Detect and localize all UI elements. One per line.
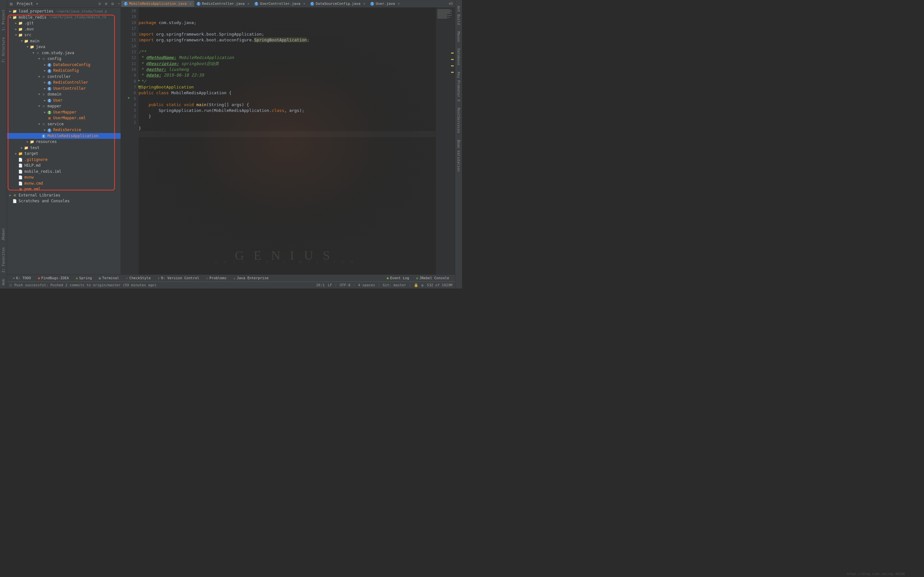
tree-expand-arrow[interactable]: ▶ (43, 111, 47, 114)
tree-item[interactable]: ▶test (7, 145, 121, 151)
locate-icon[interactable]: ⊙ (97, 2, 102, 6)
tree-expand-arrow[interactable]: ▼ (20, 39, 24, 43)
tree-expand-arrow[interactable]: ▼ (26, 45, 29, 48)
tree-item[interactable]: .gitignore (7, 157, 121, 163)
indent-setting[interactable]: 4 spaces (358, 283, 375, 287)
tree-item[interactable]: ▶resources (7, 139, 121, 145)
tree-expand-arrow[interactable]: ▼ (37, 93, 41, 96)
tree-expand-arrow[interactable]: ▶ (43, 87, 47, 90)
right-tool-rest[interactable]: RestServices (456, 105, 461, 136)
tree-item[interactable]: ▶External Libraries (7, 192, 121, 198)
project-view-icon[interactable]: ▤ (9, 2, 13, 6)
tree-expand-arrow[interactable]: ▼ (37, 75, 41, 78)
gear-icon[interactable]: ⚙ (110, 2, 115, 6)
tree-item[interactable]: ▶CRedisConfig (7, 68, 121, 74)
project-dropdown[interactable]: Project (17, 2, 33, 6)
tree-item[interactable]: ▼com.study.java (7, 50, 121, 56)
tree-expand-arrow[interactable]: ▶ (14, 27, 18, 31)
tree-expand-arrow[interactable]: ▼ (37, 122, 41, 126)
tree-expand-arrow[interactable]: ▼ (31, 51, 35, 55)
bottom-tool-tab[interactable]: ✿JRebel Console (413, 276, 452, 281)
close-icon[interactable]: × (363, 2, 365, 5)
tree-item[interactable]: ▶CRedisService (7, 127, 121, 133)
left-tool-favorites[interactable]: 2: Favorites (1, 244, 6, 276)
tree-expand-arrow[interactable]: ▶ (8, 10, 12, 13)
close-icon[interactable]: × (398, 2, 400, 5)
editor-tab-0[interactable]: CMobileRedisApplication.java× (121, 1, 194, 7)
bottom-tool-tab[interactable]: ●FindBugs-IDEA (35, 276, 72, 281)
right-tool-ant[interactable]: Ant Build (456, 3, 461, 28)
tree-item[interactable]: mvnw.cmd (7, 181, 121, 187)
bottom-tool-tab[interactable]: ≡6: TODO (10, 276, 34, 281)
left-tool-project[interactable]: 1: Project (1, 6, 6, 34)
hide-icon[interactable]: − (117, 2, 121, 6)
tree-item[interactable]: ▼mobile_redis~/work/java_study/mobile_re (7, 15, 121, 21)
tree-item[interactable]: CMobileRedisApplication (7, 133, 121, 139)
bottom-tool-tab[interactable]: ↕9: Version Control (155, 276, 202, 281)
editor-tab-1[interactable]: CRedisController.java× (194, 1, 252, 7)
close-icon[interactable]: × (303, 2, 305, 5)
tree-item[interactable]: ▼controller (7, 74, 121, 80)
tree-expand-arrow[interactable]: ▶ (14, 21, 18, 25)
bottom-tool-tab[interactable]: ✓CheckStyle (123, 276, 153, 281)
collapse-all-icon[interactable]: ≡ (104, 2, 108, 6)
tree-item[interactable]: ▶.git (7, 20, 121, 26)
lock-icon[interactable]: 🔒 (414, 283, 418, 287)
tree-expand-arrow[interactable]: ▼ (14, 33, 18, 37)
right-tool-database[interactable]: Database (456, 45, 461, 69)
bottom-tool-tab[interactable]: ⚠Problems (203, 276, 230, 281)
tree-item[interactable]: mobile_redis.iml (7, 169, 121, 175)
tree-item[interactable]: ▼main (7, 38, 121, 44)
status-msg-icon[interactable]: ☐ (10, 283, 12, 287)
tree-item[interactable]: ▶CRedisController (7, 79, 121, 85)
tree-item[interactable]: ▶CUserController (7, 85, 121, 92)
tree-item[interactable]: pom.xml (7, 186, 121, 192)
tree-expand-arrow[interactable]: ▶ (43, 69, 47, 72)
tree-item[interactable]: ▶.mvn (7, 26, 121, 32)
tab-overflow-indicator[interactable]: ≡5 (449, 2, 453, 6)
bottom-tool-tab[interactable]: ☕Java Enterprise (230, 276, 272, 281)
tree-expand-arrow[interactable]: ▶ (8, 193, 12, 197)
editor-tab-3[interactable]: CDataSourceConfig.java× (308, 1, 368, 7)
tree-item[interactable]: ▶target (7, 151, 121, 157)
file-encoding[interactable]: UTF-8 (340, 283, 351, 287)
dropdown-arrow-icon[interactable]: ▾ (35, 2, 39, 6)
code-content[interactable]: package com.study.java; import org.sprin… (139, 8, 436, 274)
bottom-tool-tab[interactable]: ▣Terminal (95, 276, 122, 281)
tree-item[interactable]: UserMapper.xml (7, 115, 121, 121)
right-tool-keypromoter[interactable]: Key Promoter X (456, 69, 461, 105)
tree-item[interactable]: ▼service (7, 121, 121, 127)
close-icon[interactable]: × (247, 2, 249, 5)
left-tool-web[interactable]: Web (1, 276, 6, 288)
tree-item[interactable]: ▶IUserMapper (7, 109, 121, 115)
tree-item[interactable]: ▼config (7, 56, 121, 62)
right-tool-beanvalidation[interactable]: Bean Validation (456, 137, 461, 175)
tree-expand-arrow[interactable]: ▶ (26, 140, 29, 143)
tree-item[interactable]: ▼domain (7, 91, 121, 97)
tree-expand-arrow[interactable]: ▶ (43, 128, 47, 131)
git-branch[interactable]: Git: master (383, 283, 406, 287)
run-gutter-icon[interactable]: ▶ (128, 95, 130, 101)
bottom-tool-tab[interactable]: ✿Spring (73, 276, 95, 281)
tree-item[interactable]: ▼src (7, 32, 121, 38)
editor-tab-4[interactable]: CUser.java× (368, 1, 402, 7)
code-editor[interactable]: 2019181716151413121110987654321 ▶ ▶ ▶ pa… (121, 8, 455, 274)
memory-indicator[interactable]: 532 of 1029M (427, 283, 452, 287)
right-tool-maven[interactable]: Maven (456, 28, 461, 45)
code-minimap[interactable] (436, 8, 455, 274)
tree-expand-arrow[interactable]: ▶ (43, 99, 47, 102)
tree-expand-arrow[interactable]: ▼ (37, 105, 41, 108)
bottom-tool-tab[interactable]: ●Event Log (384, 276, 413, 281)
tree-item[interactable]: mvnw (7, 174, 121, 181)
tree-item[interactable]: ▶load_properties~/work/java_study/load_p (7, 8, 121, 15)
left-tool-jrebel[interactable]: JRebel (1, 225, 6, 244)
tree-item[interactable]: ▶CUser (7, 97, 121, 103)
tree-item[interactable]: ▶CDataSourceConfig (7, 62, 121, 68)
cursor-position[interactable]: 20:1 (316, 283, 325, 287)
editor-tab-2[interactable]: CUserController.java× (252, 1, 308, 7)
inspector-icon[interactable]: ◐ (422, 283, 424, 287)
line-separator[interactable]: LF (328, 283, 332, 287)
tree-item[interactable]: ▼mapper (7, 103, 121, 109)
left-tool-structure[interactable]: 7: Structure (1, 34, 6, 66)
tree-expand-arrow[interactable]: ▶ (43, 63, 47, 66)
